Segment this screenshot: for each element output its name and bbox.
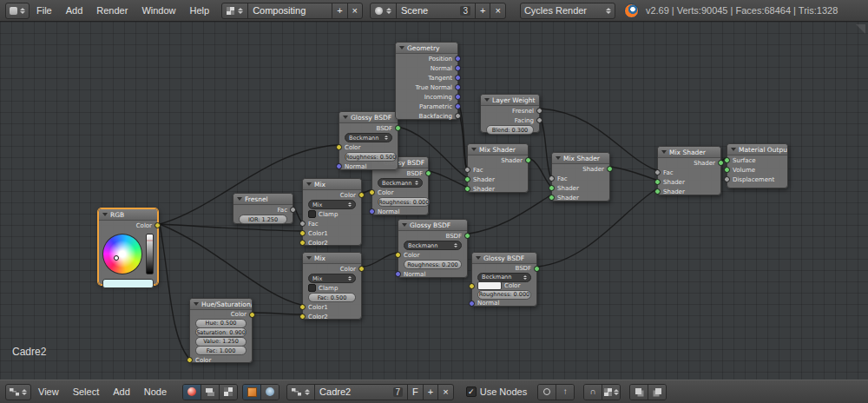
collapse-icon[interactable]	[102, 213, 108, 216]
node-header[interactable]: Glossy BSDF	[339, 112, 398, 123]
shader1-input-socket[interactable]	[654, 179, 661, 185]
facing-output-socket[interactable]	[536, 117, 542, 123]
normal-input-socket[interactable]	[336, 163, 342, 169]
color2-input-socket[interactable]	[299, 240, 306, 246]
value-slider[interactable]	[146, 234, 154, 274]
node-header[interactable]: Glossy BSDF	[472, 253, 536, 264]
node-mix-shader-2[interactable]: Mix Shader Shader Fac Shader Shader	[551, 152, 610, 202]
color-swatch[interactable]	[102, 279, 154, 288]
collapse-icon[interactable]	[731, 148, 736, 151]
saturation-slider[interactable]: Saturation: 0.900	[195, 327, 247, 337]
color-input-socket[interactable]	[336, 144, 342, 150]
scene-name[interactable]: Scene 3	[396, 3, 476, 19]
node-header[interactable]: Mix Shader	[552, 153, 609, 164]
color-input-socket[interactable]	[395, 252, 401, 258]
distribution-dropdown[interactable]: Beckmann	[345, 133, 392, 142]
node-glossy-bsdf-3[interactable]: Glossy BSDF BSDF Beckmann Color Roughnes…	[398, 219, 468, 278]
node-header[interactable]: Mix Shader	[468, 144, 528, 155]
blend-mode-dropdown[interactable]: Mix	[308, 200, 356, 209]
shader2-input-socket[interactable]	[464, 186, 470, 192]
shader-output-socket[interactable]	[607, 166, 613, 172]
shader2-input-socket[interactable]	[654, 188, 661, 195]
node-mix-2[interactable]: Mix Color Mix Clamp Fac: 0.500 Color1 Co…	[302, 252, 362, 320]
node-mix-shader-1[interactable]: Mix Shader Shader Fac Shader Shader	[467, 143, 529, 193]
material-users-count[interactable]: 7	[393, 387, 404, 397]
blend-mode-dropdown[interactable]: Mix	[308, 274, 356, 283]
add-material-button[interactable]: +	[423, 384, 438, 400]
normal-input-socket[interactable]	[395, 271, 401, 277]
menu-node[interactable]: Node	[137, 386, 174, 397]
collapse-icon[interactable]	[471, 148, 477, 151]
hue-slider[interactable]: Hue: 0.500	[195, 319, 247, 328]
delete-layout-button[interactable]: ×	[347, 3, 363, 19]
node-mix-shader-3[interactable]: Mix Shader Shader Fac Shader Shader	[657, 146, 721, 195]
collapse-icon[interactable]	[476, 256, 481, 260]
collapse-icon[interactable]	[343, 116, 348, 119]
fac-slider[interactable]: Fac: 0.500	[308, 293, 356, 302]
shader1-input-socket[interactable]	[464, 176, 470, 182]
fac-input-socket[interactable]	[464, 167, 470, 173]
value-slider[interactable]: Value: 1.250	[195, 337, 247, 347]
collapse-icon[interactable]	[556, 156, 561, 160]
menu-file[interactable]: File	[30, 5, 59, 16]
add-layout-button[interactable]: +	[332, 3, 347, 19]
node-header[interactable]: Geometry	[396, 43, 457, 54]
node-header[interactable]: Mix	[303, 179, 361, 190]
clamp-checkbox[interactable]	[308, 210, 316, 218]
menu-view[interactable]: View	[31, 386, 66, 397]
menu-add[interactable]: Add	[106, 386, 137, 397]
roughness-slider[interactable]: Roughness: 0.000	[378, 197, 430, 207]
node-fresnel[interactable]: Fresnel Fac IOR: 1.250	[233, 193, 293, 224]
scene-browse-button[interactable]	[370, 3, 397, 19]
snap-target-dropdown[interactable]	[602, 385, 620, 400]
shader-output-socket[interactable]	[718, 160, 724, 166]
bsdf-output-socket[interactable]	[395, 125, 401, 131]
screen-layout-browse-button[interactable]	[221, 3, 248, 19]
fresnel-output-socket[interactable]	[536, 108, 542, 114]
collapse-icon[interactable]	[402, 223, 407, 227]
collapse-icon[interactable]	[306, 182, 312, 186]
bsdf-output-socket[interactable]	[534, 266, 540, 272]
pin-icon[interactable]	[538, 385, 556, 400]
clipboard-copy-icon[interactable]	[630, 385, 648, 400]
node-header[interactable]: Layer Weight	[481, 95, 539, 106]
node-geometry[interactable]: Geometry Position Normal Tangent True No…	[395, 42, 458, 120]
use-nodes-toggle[interactable]: ✓ Use Nodes	[466, 386, 527, 397]
volume-input-socket[interactable]	[724, 167, 730, 173]
ior-slider[interactable]: IOR: 1.250	[239, 215, 287, 224]
menu-render[interactable]: Render	[89, 5, 135, 16]
node-mix-1[interactable]: Mix Color Mix Clamp Fac Color1 Color2	[302, 178, 362, 246]
compositing-nodes-button[interactable]	[201, 385, 220, 400]
add-scene-button[interactable]: +	[475, 3, 490, 19]
color1-input-socket[interactable]	[299, 230, 306, 236]
incoming-output-socket[interactable]	[455, 94, 461, 100]
collapse-icon[interactable]	[484, 98, 490, 102]
roughness-slider[interactable]: Roughness: 0.200	[404, 260, 462, 269]
color2-input-socket[interactable]	[299, 314, 306, 320]
snap-icon[interactable]: ∩	[584, 385, 602, 400]
screen-layout-name[interactable]: Compositing	[247, 3, 332, 19]
color-output-socket[interactable]	[155, 222, 161, 228]
browse-material-button[interactable]	[286, 384, 315, 400]
distribution-dropdown[interactable]: Beckmann	[477, 273, 531, 282]
node-header[interactable]: RGB	[99, 209, 157, 221]
shader-output-socket[interactable]	[525, 157, 531, 163]
menu-add[interactable]: Add	[59, 5, 90, 16]
shader-nodes-button[interactable]	[183, 385, 201, 400]
node-layer-weight[interactable]: Layer Weight Fresnel Facing Blend: 0.300	[480, 94, 540, 133]
color-input-socket[interactable]	[187, 357, 193, 363]
editor-type-selector[interactable]	[5, 3, 30, 19]
node-editor-area[interactable]: RGB Color Fresnel Fac IOR: 1.250 Hue/Sat…	[0, 22, 868, 380]
color-output-socket[interactable]	[358, 192, 365, 198]
menu-help[interactable]: Help	[183, 5, 217, 16]
delete-scene-button[interactable]: ×	[490, 3, 505, 19]
normal-output-socket[interactable]	[455, 65, 461, 71]
area-resize-corner[interactable]	[856, 24, 865, 34]
color1-input-socket[interactable]	[299, 304, 306, 310]
distribution-dropdown[interactable]: Beckmann	[378, 178, 423, 188]
world-context-button[interactable]	[261, 385, 279, 400]
color-output-socket[interactable]	[358, 266, 365, 272]
surface-input-socket[interactable]	[724, 157, 730, 163]
fake-user-button[interactable]: F	[407, 384, 424, 400]
node-glossy-bsdf-1[interactable]: Glossy BSDF BSDF Beckmann Color Roughnes…	[339, 111, 398, 170]
